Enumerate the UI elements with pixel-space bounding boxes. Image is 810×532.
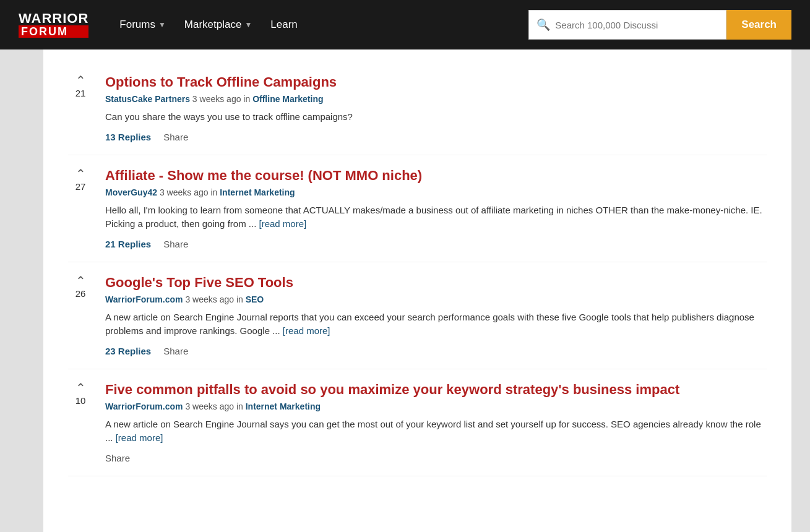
post-author[interactable]: MoverGuy42	[105, 187, 157, 197]
post-meta: StatusCake Partners 3 weeks ago in Offli…	[105, 94, 767, 104]
post-author[interactable]: WarriorForum.com	[105, 401, 183, 411]
read-more-link[interactable]: [read more]	[116, 432, 163, 443]
site-header: WARRIOR FORUM Forums ▼ Marketplace ▼ Lea…	[0, 0, 810, 49]
nav-marketplace-label: Marketplace	[184, 19, 242, 31]
sidebar-left	[0, 49, 43, 532]
post-time: 3 weeks ago in	[192, 94, 252, 104]
post-title[interactable]: Affiliate - Show me the course! (NOT MMO…	[105, 168, 767, 184]
nav-learn-label: Learn	[270, 19, 297, 31]
nav-marketplace[interactable]: Marketplace ▼	[184, 19, 252, 31]
replies-link[interactable]: 21 Replies	[105, 239, 151, 249]
logo[interactable]: WARRIOR FORUM	[19, 12, 88, 38]
vote-count: 10	[75, 395, 86, 406]
post-author[interactable]: StatusCake Partners	[105, 94, 190, 104]
post-meta: MoverGuy42 3 weeks ago in Internet Marke…	[105, 187, 767, 197]
post-author[interactable]: WarriorForum.com	[105, 294, 183, 304]
upvote-icon[interactable]: ⌃	[75, 275, 86, 287]
vote-count: 26	[75, 288, 86, 299]
post-vote: ⌃ 27	[68, 168, 93, 249]
post-item: ⌃ 26 Google's Top Five SEO Tools Warrior…	[68, 262, 767, 369]
read-more-link[interactable]: [read more]	[259, 218, 306, 229]
search-area: 🔍 Search	[528, 10, 791, 40]
post-meta: WarriorForum.com 3 weeks ago in Internet…	[105, 401, 767, 411]
post-category[interactable]: Internet Marketing	[220, 187, 295, 197]
post-excerpt-text: A new article on Search Engine Journal s…	[105, 419, 761, 444]
post-vote: ⌃ 26	[68, 275, 93, 356]
post-body: Affiliate - Show me the course! (NOT MMO…	[105, 168, 767, 249]
post-actions: 23 RepliesShare	[105, 346, 767, 356]
post-excerpt-text: Can you share the ways you use to track …	[105, 111, 353, 122]
read-more-link[interactable]: [read more]	[283, 325, 330, 336]
replies-link[interactable]: 13 Replies	[105, 132, 151, 142]
replies-link[interactable]: 23 Replies	[105, 346, 151, 356]
post-actions: 13 RepliesShare	[105, 132, 767, 142]
post-body: Options to Track Offline Campaigns Statu…	[105, 74, 767, 142]
post-vote: ⌃ 21	[68, 74, 93, 142]
search-input[interactable]	[555, 20, 718, 30]
upvote-icon[interactable]: ⌃	[75, 382, 86, 394]
sidebar-right	[791, 49, 810, 532]
chevron-down-icon: ▼	[158, 20, 166, 29]
post-time: 3 weeks ago in	[185, 294, 245, 304]
logo-forum: FORUM	[19, 25, 88, 38]
nav-forums-label: Forums	[119, 19, 155, 31]
share-link[interactable]: Share	[163, 346, 188, 356]
nav-forums[interactable]: Forums ▼	[119, 19, 166, 31]
logo-warrior: WARRIOR	[19, 12, 88, 25]
post-body: Google's Top Five SEO Tools WarriorForum…	[105, 275, 767, 356]
post-meta: WarriorForum.com 3 weeks ago in SEO	[105, 294, 767, 304]
vote-count: 21	[75, 88, 86, 98]
share-link[interactable]: Share	[105, 453, 130, 463]
main-content: ⌃ 21 Options to Track Offline Campaigns …	[43, 49, 791, 532]
search-box: 🔍	[528, 10, 726, 40]
post-vote: ⌃ 10	[68, 382, 93, 463]
vote-count: 27	[75, 181, 86, 192]
upvote-icon[interactable]: ⌃	[75, 168, 86, 180]
nav-learn[interactable]: Learn	[270, 19, 297, 31]
post-actions: Share	[105, 453, 767, 463]
post-actions: 21 RepliesShare	[105, 239, 767, 249]
main-nav: Forums ▼ Marketplace ▼ Learn	[119, 19, 298, 31]
post-body: Five common pitfalls to avoid so you max…	[105, 382, 767, 463]
post-time: 3 weeks ago in	[160, 187, 220, 197]
post-excerpt: Hello all, I'm looking to learn from som…	[105, 204, 767, 231]
post-item: ⌃ 10 Five common pitfalls to avoid so yo…	[68, 369, 767, 476]
share-link[interactable]: Share	[163, 132, 188, 142]
post-title[interactable]: Five common pitfalls to avoid so you max…	[105, 382, 767, 398]
search-button[interactable]: Search	[726, 10, 791, 40]
post-title[interactable]: Options to Track Offline Campaigns	[105, 74, 767, 90]
post-item: ⌃ 21 Options to Track Offline Campaigns …	[68, 62, 767, 155]
post-excerpt: Can you share the ways you use to track …	[105, 110, 767, 124]
post-excerpt-text: A new article on Search Engine Journal r…	[105, 312, 754, 337]
post-item: ⌃ 27 Affiliate - Show me the course! (NO…	[68, 155, 767, 262]
post-excerpt: A new article on Search Engine Journal s…	[105, 418, 767, 445]
search-icon: 🔍	[536, 18, 550, 32]
post-title[interactable]: Google's Top Five SEO Tools	[105, 275, 767, 291]
chevron-down-icon: ▼	[244, 20, 252, 29]
post-category[interactable]: Internet Marketing	[246, 401, 321, 411]
content-wrapper: ⌃ 21 Options to Track Offline Campaigns …	[0, 49, 810, 532]
post-category[interactable]: Offline Marketing	[252, 94, 323, 104]
upvote-icon[interactable]: ⌃	[75, 74, 86, 87]
share-link[interactable]: Share	[163, 239, 188, 249]
post-category[interactable]: SEO	[246, 294, 264, 304]
post-excerpt: A new article on Search Engine Journal r…	[105, 311, 767, 338]
post-excerpt-text: Hello all, I'm looking to learn from som…	[105, 205, 762, 230]
post-time: 3 weeks ago in	[185, 401, 245, 411]
